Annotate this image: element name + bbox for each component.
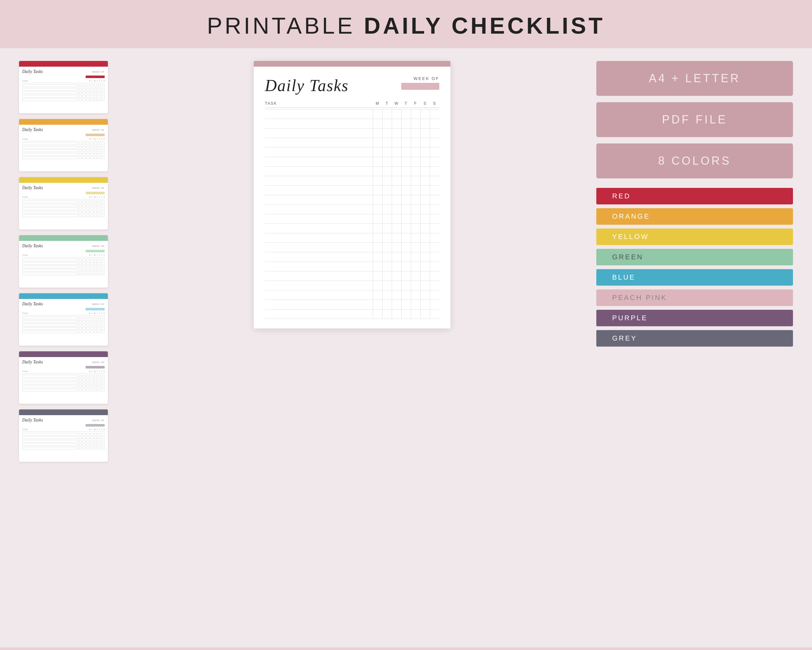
table-row [265, 224, 439, 233]
day-cell [382, 167, 392, 176]
day-cell [382, 291, 392, 300]
day-cell [382, 243, 392, 252]
task-column-header: TASK [265, 101, 373, 106]
day-cell [430, 214, 439, 224]
day-cell [382, 252, 392, 262]
thumbnail-task-label: TASK [22, 428, 28, 430]
day-cell [430, 186, 439, 195]
day-cell [411, 186, 420, 195]
pdf-file-label: PDF FILE [662, 113, 727, 126]
color-badge-red: RED [596, 188, 793, 204]
day-cell [401, 262, 411, 271]
day-cell [382, 224, 392, 233]
checklist-column-headers: TASK MTWTFSS [265, 101, 439, 108]
color-label: PURPLE [612, 314, 648, 322]
day-cell [401, 157, 411, 167]
day-cell [392, 176, 401, 186]
task-cell [265, 262, 373, 271]
table-row [265, 128, 439, 138]
thumbnail-week-label: WEEK OF [92, 245, 105, 247]
day-cell [411, 233, 420, 243]
thumbnail-day-labels: MTWTFSS [89, 138, 105, 140]
day-header-s: S [430, 101, 439, 106]
day-cell [411, 214, 420, 224]
day-cell [392, 233, 401, 243]
day-cell [392, 252, 401, 262]
day-cell [392, 224, 401, 233]
day-cell [420, 214, 430, 224]
day-cell [420, 138, 430, 148]
color-label-area: GREY [606, 330, 793, 347]
day-cell [382, 205, 392, 214]
day-cell [382, 110, 392, 119]
day-cell [392, 167, 401, 176]
day-cell [373, 281, 382, 291]
thumbnail-task-label: TASK [22, 80, 28, 82]
day-cell [373, 110, 382, 119]
day-cell [401, 128, 411, 138]
table-row [265, 252, 439, 262]
day-cell [430, 309, 439, 319]
thumbnail-week-label: WEEK OF [92, 361, 105, 363]
day-header-f: F [411, 101, 420, 106]
color-label: GREY [612, 334, 637, 343]
checklist-preview: Daily Tasks WEEK OF TASK MTWTFSS [254, 61, 450, 329]
task-cell [265, 128, 373, 138]
day-cell [411, 252, 420, 262]
day-cell [392, 262, 401, 271]
day-cell [430, 271, 439, 281]
day-cell [401, 224, 411, 233]
day-cell [382, 214, 392, 224]
day-cell [430, 138, 439, 148]
table-row [265, 281, 439, 291]
color-badge-blue: BLUE [596, 269, 793, 286]
day-cell [382, 128, 392, 138]
thumbnail-task-label: TASK [22, 254, 28, 256]
day-cell [373, 195, 382, 205]
day-cell [401, 271, 411, 281]
thumbnail-week-label: WEEK OF [92, 303, 105, 305]
color-label: RED [612, 192, 630, 200]
task-cell [265, 176, 373, 186]
day-cell [392, 309, 401, 319]
table-row [265, 157, 439, 167]
day-cell [401, 138, 411, 148]
table-row [265, 138, 439, 148]
day-cell [373, 214, 382, 224]
colors-count-label: 8 COLORS [658, 154, 731, 168]
thumbnail-title: Daily Tasks [22, 127, 43, 132]
thumbnail-day-labels: MTWTFSS [89, 312, 105, 314]
day-cell [420, 176, 430, 186]
day-cell [401, 176, 411, 186]
task-cell [265, 252, 373, 262]
header: PRINTABLE DAILY CHECKLIST [0, 0, 812, 48]
day-cell [373, 233, 382, 243]
day-cell [373, 262, 382, 271]
thumbnail-week-label: WEEK OF [92, 71, 105, 73]
color-label: GREEN [612, 253, 643, 261]
day-cell [392, 300, 401, 309]
day-cell [401, 214, 411, 224]
day-cell [411, 300, 420, 309]
day-cell [411, 271, 420, 281]
task-cell [265, 291, 373, 300]
thumbnail-item: Daily Tasks WEEK OF TASK MTWTFSS [19, 177, 108, 229]
day-cell [430, 291, 439, 300]
thumbnail-title: Daily Tasks [22, 185, 43, 190]
day-cell [382, 176, 392, 186]
checklist-title: Daily Tasks [265, 76, 349, 95]
table-row [265, 119, 439, 128]
day-cell [373, 128, 382, 138]
color-label: YELLOW [612, 232, 649, 241]
paper-size-badge: A4 + LETTER [596, 61, 793, 96]
day-header-s: S [420, 101, 430, 106]
thumbnail-item: Daily Tasks WEEK OF TASK MTWTFSS [19, 119, 108, 171]
color-label: PEACH PINK [612, 294, 667, 302]
day-cell [411, 195, 420, 205]
color-label-area: ORANGE [606, 208, 793, 225]
day-cell [430, 252, 439, 262]
day-cell [411, 309, 420, 319]
day-cell [420, 224, 430, 233]
paper-size-label: A4 + LETTER [649, 72, 740, 85]
day-cell [373, 205, 382, 214]
